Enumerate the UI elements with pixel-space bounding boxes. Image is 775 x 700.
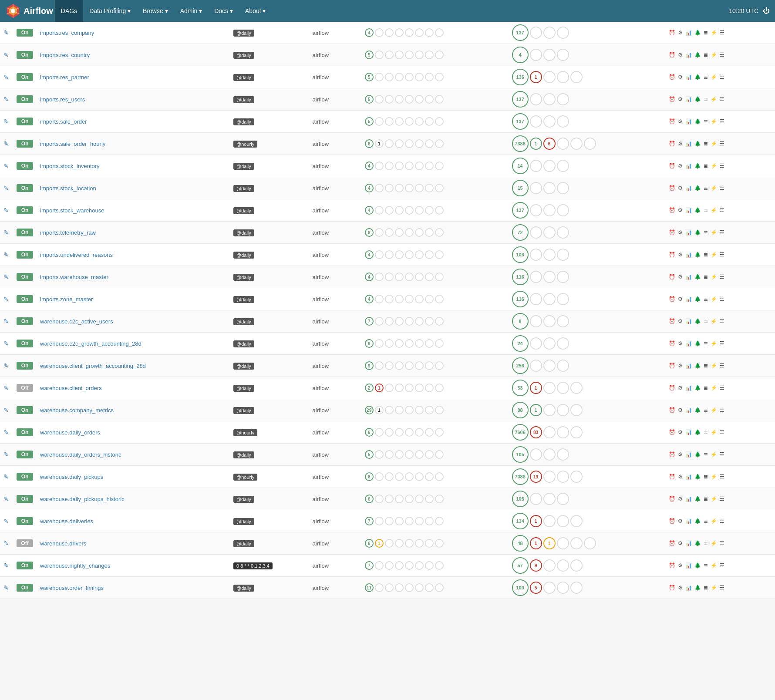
gantt-icon[interactable]: ≣ [703, 207, 709, 214]
dag-toggle[interactable]: On [17, 140, 33, 148]
dag-name-link[interactable]: warehouse.drivers [40, 540, 86, 547]
dag-name-link[interactable]: warehouse.daily_pickups [40, 474, 103, 480]
dag-name-link[interactable]: imports.stock_inventory [40, 163, 100, 169]
nav-admin[interactable]: Admin ▾ [174, 0, 209, 22]
task-circle[interactable]: 5 [365, 95, 374, 104]
code-icon[interactable]: ⚡ [710, 318, 718, 325]
gantt-icon[interactable]: ≣ [703, 118, 709, 125]
refresh-icon[interactable]: ⚙ [677, 118, 684, 125]
edit-icon[interactable]: ✎ [3, 495, 9, 502]
trigger-icon[interactable]: ⏰ [668, 584, 676, 591]
task-circle[interactable]: 11 [365, 583, 374, 592]
trigger-icon[interactable]: ⏰ [668, 207, 676, 214]
dag-toggle[interactable]: On [17, 428, 33, 436]
refresh-icon[interactable]: ⚙ [677, 273, 684, 280]
trigger-icon[interactable]: ⏰ [668, 140, 676, 147]
task-circle[interactable]: 6 [365, 228, 374, 237]
list-icon[interactable]: ☰ [719, 118, 725, 125]
code-icon[interactable]: ⚡ [710, 384, 718, 391]
tree-icon[interactable]: 🌲 [694, 429, 702, 436]
chart-icon[interactable]: 📊 [684, 162, 693, 169]
task-circle[interactable]: 6 [365, 472, 374, 481]
code-icon[interactable]: ⚡ [710, 296, 718, 303]
edit-icon[interactable]: ✎ [3, 340, 9, 347]
dag-toggle[interactable]: Off [17, 384, 33, 392]
dag-name-link[interactable]: warehouse.nightly_changes [40, 562, 110, 569]
trigger-icon[interactable]: ⏰ [668, 473, 676, 480]
task-circle[interactable]: 29 [365, 406, 374, 414]
tree-icon[interactable]: 🌲 [694, 51, 702, 58]
task-circle[interactable]: 9 [365, 361, 374, 370]
edit-icon[interactable]: ✎ [3, 518, 9, 525]
dag-name-link[interactable]: imports.undelivered_reasons [40, 252, 113, 258]
nav-data-profiling[interactable]: Data Profiling ▾ [83, 0, 137, 22]
dag-toggle[interactable]: On [17, 162, 33, 170]
list-icon[interactable]: ☰ [719, 185, 725, 192]
runs-total-badge[interactable]: 100 [512, 579, 529, 596]
chart-icon[interactable]: 📊 [684, 540, 693, 547]
task-circle[interactable]: 1 [375, 406, 384, 414]
runs-red-badge[interactable]: 1 [530, 537, 542, 549]
dag-toggle[interactable]: On [17, 184, 33, 192]
code-icon[interactable]: ⚡ [710, 340, 718, 347]
trigger-icon[interactable]: ⏰ [668, 118, 676, 125]
edit-icon[interactable]: ✎ [3, 74, 9, 81]
chart-icon[interactable]: 📊 [684, 74, 693, 81]
dag-name-link[interactable]: imports.res_partner [40, 74, 89, 81]
list-icon[interactable]: ☰ [719, 296, 725, 303]
list-icon[interactable]: ☰ [719, 451, 725, 458]
chart-icon[interactable]: 📊 [684, 251, 693, 258]
tree-icon[interactable]: 🌲 [694, 473, 702, 480]
task-circle[interactable]: 6 [365, 139, 374, 148]
chart-icon[interactable]: 📊 [684, 495, 693, 502]
dag-name-link[interactable]: imports.telemetry_raw [40, 229, 96, 236]
edit-icon[interactable]: ✎ [3, 296, 9, 303]
edit-icon[interactable]: ✎ [3, 362, 9, 369]
runs-extra-badge[interactable]: 1 [530, 404, 542, 416]
refresh-icon[interactable]: ⚙ [677, 51, 684, 58]
trigger-icon[interactable]: ⏰ [668, 518, 676, 525]
trigger-icon[interactable]: ⏰ [668, 251, 676, 258]
refresh-icon[interactable]: ⚙ [677, 318, 684, 325]
refresh-icon[interactable]: ⚙ [677, 540, 684, 547]
power-icon[interactable]: ⏻ [763, 7, 770, 15]
gantt-icon[interactable]: ≣ [703, 29, 709, 36]
chart-icon[interactable]: 📊 [684, 318, 693, 325]
gantt-icon[interactable]: ≣ [703, 51, 709, 58]
task-circle[interactable]: 5 [365, 450, 374, 459]
task-circle[interactable]: 4 [365, 250, 374, 259]
gantt-icon[interactable]: ≣ [703, 229, 709, 236]
code-icon[interactable]: ⚡ [710, 162, 718, 169]
edit-icon[interactable]: ✎ [3, 96, 9, 103]
dag-name-link[interactable]: imports.res_country [40, 52, 90, 58]
list-icon[interactable]: ☰ [719, 96, 725, 103]
edit-icon[interactable]: ✎ [3, 540, 9, 547]
trigger-icon[interactable]: ⏰ [668, 229, 676, 236]
dag-toggle[interactable]: On [17, 51, 33, 59]
runs-total-badge[interactable]: 116 [512, 269, 529, 285]
dag-name-link[interactable]: imports.stock_location [40, 185, 96, 192]
code-icon[interactable]: ⚡ [710, 51, 718, 58]
chart-icon[interactable]: 📊 [684, 340, 693, 347]
tree-icon[interactable]: 🌲 [694, 318, 702, 325]
chart-icon[interactable]: 📊 [684, 273, 693, 280]
trigger-icon[interactable]: ⏰ [668, 273, 676, 280]
list-icon[interactable]: ☰ [719, 540, 725, 547]
dag-name-link[interactable]: warehouse.daily_orders [40, 429, 100, 436]
gantt-icon[interactable]: ≣ [703, 162, 709, 169]
runs-total-badge[interactable]: 7088 [512, 468, 529, 485]
tree-icon[interactable]: 🌲 [694, 96, 702, 103]
task-circle[interactable]: 7 [365, 561, 374, 570]
dag-toggle[interactable]: On [17, 295, 33, 303]
dag-toggle[interactable]: On [17, 495, 33, 503]
edit-icon[interactable]: ✎ [3, 51, 9, 58]
trigger-icon[interactable]: ⏰ [668, 162, 676, 169]
tree-icon[interactable]: 🌲 [694, 140, 702, 147]
edit-icon[interactable]: ✎ [3, 584, 9, 591]
edit-icon[interactable]: ✎ [3, 29, 9, 36]
task-circle[interactable]: 4 [365, 295, 374, 303]
tree-icon[interactable]: 🌲 [694, 251, 702, 258]
runs-total-badge[interactable]: 116 [512, 291, 529, 307]
gantt-icon[interactable]: ≣ [703, 473, 709, 480]
edit-icon[interactable]: ✎ [3, 318, 9, 325]
